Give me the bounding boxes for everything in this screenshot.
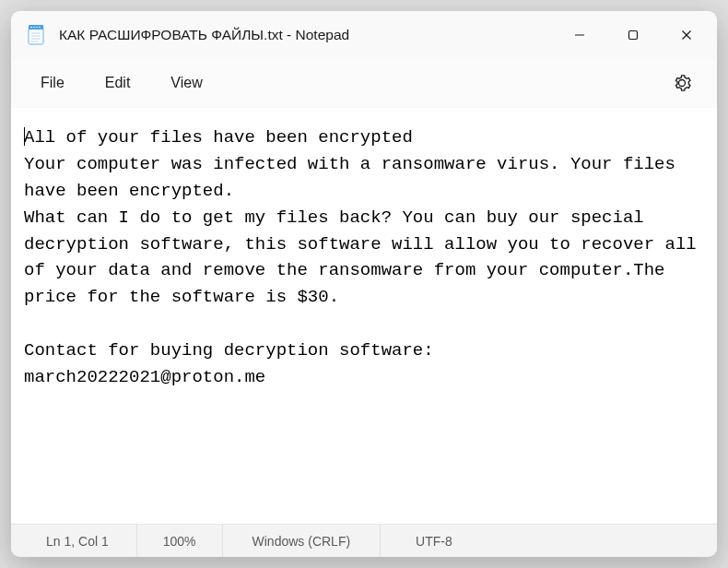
settings-button[interactable] (663, 65, 700, 101)
status-zoom[interactable]: 100% (136, 525, 222, 557)
menu-file[interactable]: File (20, 67, 85, 99)
minimize-button[interactable] (553, 11, 606, 59)
notepad-app-icon (28, 25, 44, 45)
statusbar: Ln 1, Col 1 100% Windows (CRLF) UTF-8 (11, 524, 717, 557)
gear-icon (673, 74, 691, 92)
status-cursor-position: Ln 1, Col 1 (11, 525, 136, 557)
window-title: КАК РАСШИФРОВАТЬ ФАЙЛЫ.txt - Notepad (59, 27, 553, 43)
svg-point-5 (39, 27, 41, 29)
window-controls (553, 11, 713, 59)
status-encoding: UTF-8 (380, 525, 717, 557)
svg-point-2 (30, 27, 32, 29)
svg-rect-11 (629, 31, 638, 40)
menu-edit[interactable]: Edit (85, 67, 151, 99)
svg-point-4 (36, 27, 38, 29)
menubar: File Edit View (11, 59, 717, 107)
text-editor-content[interactable]: All of your files have been encrypted Yo… (11, 107, 717, 524)
close-button[interactable] (660, 11, 713, 59)
maximize-button[interactable] (606, 11, 660, 59)
notepad-window: pcrisk.com КАК РАСШИФРОВАТЬ ФАЙЛЫ.txt - … (11, 11, 717, 557)
svg-point-3 (33, 27, 35, 29)
status-line-ending: Windows (CRLF) (222, 525, 381, 557)
titlebar: КАК РАСШИФРОВАТЬ ФАЙЛЫ.txt - Notepad (11, 11, 717, 59)
menu-view[interactable]: View (150, 67, 222, 99)
